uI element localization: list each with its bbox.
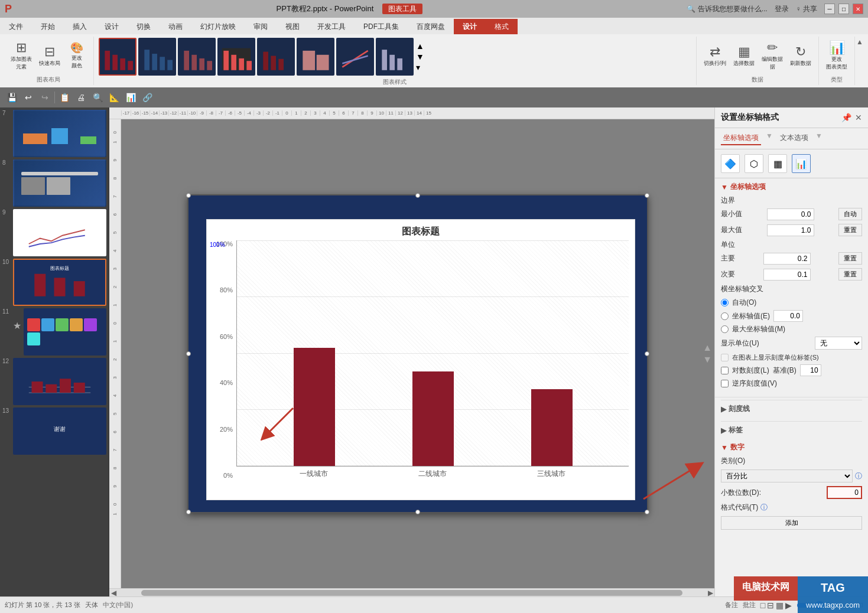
panel-close-button[interactable]: ✕ bbox=[855, 113, 862, 122]
tab-chart-format[interactable]: 格式 bbox=[486, 19, 518, 34]
number-header[interactable]: ▼ 数字 bbox=[721, 442, 862, 452]
show-unit-checkbox[interactable] bbox=[721, 354, 729, 361]
minimize-button[interactable]: ─ bbox=[824, 4, 835, 14]
save-qat-button[interactable]: 💾 bbox=[5, 90, 19, 105]
slide-thumb-12[interactable] bbox=[13, 358, 106, 405]
slide-item-10[interactable]: 10 图表标题 bbox=[2, 259, 106, 306]
zoom-button[interactable]: 🔍 bbox=[90, 90, 105, 105]
chart-style-5[interactable] bbox=[257, 38, 295, 76]
slide-item-9[interactable]: 9 bbox=[2, 209, 106, 256]
edit-data-button[interactable]: ✏ 编辑数据据 bbox=[759, 39, 785, 72]
handle-bottom[interactable] bbox=[415, 510, 420, 514]
max-reset-button[interactable]: 重置 bbox=[838, 224, 862, 236]
slide-thumb-13[interactable]: 谢谢 bbox=[13, 407, 106, 455]
handle-top[interactable] bbox=[415, 193, 420, 198]
bar-2[interactable] bbox=[412, 371, 454, 466]
tab-animation[interactable]: 动画 bbox=[160, 19, 191, 34]
chart-style-1[interactable] bbox=[99, 38, 136, 76]
close-button[interactable]: ✕ bbox=[853, 4, 863, 14]
share-button[interactable]: ♀ 共享 bbox=[796, 4, 817, 14]
fill-icon-btn[interactable]: 🔷 bbox=[721, 154, 740, 173]
scroll-left-btn[interactable]: ◀ bbox=[109, 589, 118, 597]
tab-text-options[interactable]: 文本选项 bbox=[778, 132, 811, 145]
axis-value-radio[interactable] bbox=[721, 312, 729, 320]
slide-thumb-8[interactable] bbox=[13, 159, 106, 207]
slide-item-13[interactable]: 13 谢谢 bbox=[2, 407, 106, 455]
chart-style-7[interactable] bbox=[336, 38, 374, 76]
slide-thumb-11[interactable] bbox=[24, 308, 106, 356]
maximize-button[interactable]: □ bbox=[838, 4, 849, 14]
tab-view[interactable]: 视图 bbox=[277, 19, 308, 34]
tab-slideshow[interactable]: 幻灯片放映 bbox=[191, 19, 245, 34]
login-button[interactable]: 登录 bbox=[775, 4, 789, 14]
style-expand[interactable]: ▾ bbox=[416, 63, 424, 72]
slide-thumb-7[interactable] bbox=[13, 110, 106, 157]
slide-canvas[interactable]: 图表标题 100% 80% 60% 40% 20% 0% bbox=[187, 194, 648, 513]
tickmarks-header[interactable]: ▶ 刻度线 bbox=[721, 400, 862, 414]
panel-pin-button[interactable]: 📌 bbox=[841, 113, 851, 122]
handle-bottom-left[interactable] bbox=[186, 510, 191, 514]
scroll-up-btn[interactable]: ▲ bbox=[703, 343, 712, 353]
handle-bottom-right[interactable] bbox=[645, 510, 649, 514]
slide-item-12[interactable]: 12 bbox=[2, 358, 106, 405]
tab-pdf[interactable]: PDF工具集 bbox=[355, 19, 408, 34]
minor-input[interactable] bbox=[763, 269, 811, 281]
chart-container[interactable]: 图表标题 100% 80% 60% 40% 20% 0% bbox=[206, 219, 635, 500]
tab-developer[interactable]: 开发工具 bbox=[308, 19, 355, 34]
max-axis-radio[interactable] bbox=[721, 325, 729, 333]
tab-axis-options[interactable]: 坐标轴选项 bbox=[721, 132, 761, 145]
min-input[interactable] bbox=[767, 208, 814, 220]
auto-radio[interactable] bbox=[721, 299, 729, 306]
add-chart-element-button[interactable]: ⊞ 添加图表元素 bbox=[8, 39, 34, 72]
slide-thumb-10[interactable]: 图表标题 bbox=[13, 259, 106, 306]
tab-design[interactable]: 设计 bbox=[96, 19, 128, 34]
add-button[interactable]: 添加 bbox=[721, 516, 862, 530]
display-unit-select[interactable]: 无 bbox=[815, 337, 862, 350]
change-colors-button[interactable]: 🎨 更改颜色 bbox=[65, 40, 89, 71]
bar-1[interactable] bbox=[294, 348, 335, 466]
scroll-down-btn[interactable]: ▼ bbox=[703, 354, 712, 365]
reverse-checkbox[interactable] bbox=[721, 380, 729, 387]
log-scale-checkbox[interactable] bbox=[721, 367, 729, 374]
bar-3[interactable] bbox=[531, 389, 573, 466]
format-button[interactable]: 📐 bbox=[107, 90, 121, 105]
switch-row-col-button[interactable]: ⇄ 切换行/列 bbox=[701, 43, 729, 69]
major-input[interactable] bbox=[763, 253, 811, 265]
tab-home[interactable]: 开始 bbox=[32, 19, 64, 34]
chart-style-3[interactable] bbox=[178, 38, 216, 76]
major-reset-button[interactable]: 重置 bbox=[838, 252, 862, 265]
style-scroll-up[interactable]: ▲ bbox=[416, 41, 424, 51]
link-button[interactable]: 🔗 bbox=[140, 90, 154, 105]
select-data-button[interactable]: ▦ 选择数据 bbox=[731, 43, 757, 69]
tab-chart-design[interactable]: 设计 bbox=[454, 19, 486, 34]
slide-item-11[interactable]: 11 ★ bbox=[2, 308, 106, 356]
chart-style-6[interactable] bbox=[297, 38, 334, 76]
minor-reset-button[interactable]: 重置 bbox=[838, 268, 862, 281]
axis-value-input[interactable] bbox=[773, 310, 803, 322]
chart-style-8[interactable] bbox=[376, 38, 414, 76]
handle-top-left[interactable] bbox=[186, 193, 191, 198]
style-scroll-down[interactable]: ▼ bbox=[416, 52, 424, 61]
category-select[interactable]: 百分比 bbox=[721, 469, 853, 482]
tab-insert[interactable]: 插入 bbox=[64, 19, 96, 34]
scroll-right-btn[interactable]: ▶ bbox=[706, 589, 714, 597]
scroll-thumb[interactable] bbox=[141, 590, 682, 596]
labels-header[interactable]: ▶ 标签 bbox=[721, 421, 862, 435]
tab-review[interactable]: 审阅 bbox=[245, 19, 277, 34]
quick-layout-button[interactable]: ⊟ 快速布局 bbox=[37, 43, 63, 69]
axis-options-header[interactable]: ▼ 坐标轴选项 bbox=[721, 182, 862, 192]
chart-style-2[interactable] bbox=[138, 38, 176, 76]
search-box[interactable]: 🔍 告诉我您想要做什么... bbox=[687, 4, 767, 14]
tab-transition[interactable]: 切换 bbox=[128, 19, 160, 34]
log-base-input[interactable] bbox=[800, 364, 821, 376]
tab-file[interactable]: 文件 bbox=[0, 19, 32, 34]
redo-button[interactable]: ↪ bbox=[38, 90, 52, 105]
min-auto-button[interactable]: 自动 bbox=[838, 208, 862, 220]
handle-right[interactable] bbox=[645, 351, 649, 356]
refresh-data-button[interactable]: ↻ 刷新数据 bbox=[788, 43, 814, 69]
horizontal-scrollbar[interactable]: ◀ ▶ bbox=[109, 588, 714, 596]
chart-style-4[interactable] bbox=[217, 38, 255, 76]
handle-top-right[interactable] bbox=[645, 193, 649, 198]
chart-button[interactable]: 📊 bbox=[123, 90, 138, 105]
undo-button[interactable]: ↩ bbox=[21, 90, 35, 105]
